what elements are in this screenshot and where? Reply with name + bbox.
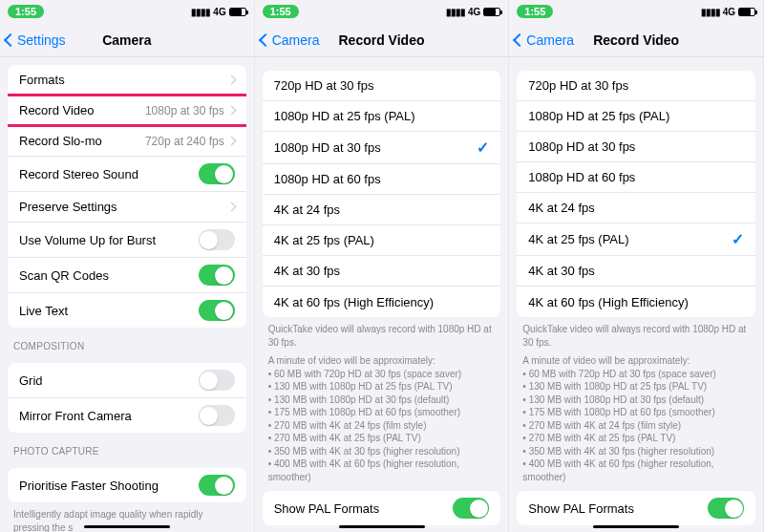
signal-icon: ▮▮▮▮ <box>701 7 720 17</box>
row-label: Show PAL Formats <box>528 501 708 516</box>
row-mirror-front[interactable]: Mirror Front Camera <box>8 398 246 433</box>
option-row[interactable]: 4K at 60 fps (High Efficiency) <box>517 287 755 317</box>
toggle-grid[interactable] <box>199 370 235 391</box>
option-row[interactable]: 1080p HD at 25 fps (PAL) <box>263 101 501 132</box>
row-stereo-sound[interactable]: Record Stereo Sound <box>8 157 246 192</box>
option-row[interactable]: 4K at 24 fps <box>263 195 501 225</box>
toggle-stereo[interactable] <box>199 163 235 184</box>
row-prioritise-faster[interactable]: Prioritise Faster Shooting <box>8 468 246 502</box>
approx-line: 270 MB with 4K at 25 fps (PAL TV) <box>522 432 750 445</box>
toggle-prioritise[interactable] <box>199 475 235 496</box>
option-row[interactable]: 4K at 25 fps (PAL) <box>263 225 501 256</box>
row-volume-burst[interactable]: Use Volume Up for Burst <box>8 223 246 258</box>
approx-block-a: A minute of video will be approximately:… <box>255 349 509 483</box>
toggle-scan-qr[interactable] <box>199 265 235 286</box>
toggle-mirror[interactable] <box>199 405 235 426</box>
row-label: Grid <box>19 373 199 388</box>
approx-line: 60 MB with 720p HD at 30 fps (space save… <box>268 368 496 381</box>
toggle-live-text[interactable] <box>199 300 235 321</box>
home-indicator[interactable] <box>84 525 170 528</box>
approx-line: 130 MB with 1080p HD at 25 fps (PAL TV) <box>268 380 496 394</box>
row-record-slomo[interactable]: Record Slo-mo 720p at 240 fps <box>8 126 246 157</box>
back-label: Settings <box>17 32 66 48</box>
option-label: 720p HD at 30 fps <box>528 78 744 93</box>
battery-icon <box>229 8 246 16</box>
approx-line: 350 MB with 4K at 30 fps (higher resolut… <box>522 445 750 458</box>
row-record-video[interactable]: Record Video 1080p at 30 fps <box>8 96 246 126</box>
page-title: Record Video <box>593 32 679 48</box>
option-row[interactable]: 1080p HD at 25 fps (PAL) <box>517 101 755 132</box>
option-label: 1080p HD at 30 fps <box>528 139 744 154</box>
page-title: Record Video <box>339 32 425 48</box>
option-row[interactable]: 4K at 24 fps <box>517 193 755 223</box>
chevron-right-icon <box>226 202 236 212</box>
chevron-left-icon <box>259 32 272 46</box>
option-row[interactable]: 4K at 30 fps <box>263 256 501 287</box>
back-button[interactable]: Settings <box>6 32 66 48</box>
status-right: ▮▮▮▮ 4G <box>191 7 245 17</box>
status-bar: 1:55 ▮▮▮▮ 4G <box>0 0 254 23</box>
chevron-left-icon <box>513 32 526 46</box>
group-header-photo-capture: PHOTO CAPTURE <box>0 433 254 460</box>
option-label: 1080p HD at 60 fps <box>528 170 744 184</box>
option-row[interactable]: 4K at 30 fps <box>517 256 755 287</box>
row-label: Mirror Front Camera <box>19 409 199 423</box>
screen-record-video-b: 1:55 ▮▮▮▮ 4G Camera Record Video 720p HD… <box>509 0 764 532</box>
options-list: 720p HD at 30 fps1080p HD at 25 fps (PAL… <box>509 57 763 532</box>
row-scan-qr[interactable]: Scan QR Codes <box>8 258 246 293</box>
option-label: 720p HD at 30 fps <box>274 78 490 93</box>
row-live-text[interactable]: Live Text <box>8 293 246 328</box>
row-label: Prioritise Faster Shooting <box>19 479 199 493</box>
option-row[interactable]: 4K at 25 fps (PAL)✓ <box>517 223 755 256</box>
option-row[interactable]: 1080p HD at 60 fps <box>517 162 755 193</box>
chevron-right-icon <box>226 106 236 116</box>
home-indicator[interactable] <box>339 525 425 528</box>
network-label: 4G <box>468 7 480 17</box>
approx-line: 60 MB with 720p HD at 30 fps (space save… <box>522 368 750 381</box>
option-row[interactable]: 1080p HD at 30 fps✓ <box>263 132 501 164</box>
option-label: 4K at 25 fps (PAL) <box>274 233 490 247</box>
option-row[interactable]: 1080p HD at 60 fps <box>263 164 501 195</box>
battery-icon <box>738 8 755 16</box>
quicktake-note: QuickTake video will always record with … <box>255 317 509 349</box>
quicktake-note: QuickTake video will always record with … <box>509 317 763 349</box>
chevron-left-icon <box>4 32 17 46</box>
back-button[interactable]: Camera <box>515 32 574 48</box>
toggle-show-pal[interactable] <box>453 498 489 519</box>
option-label: 1080p HD at 25 fps (PAL) <box>528 109 744 123</box>
approx-line: 270 MB with 4K at 25 fps (PAL TV) <box>268 432 496 445</box>
approx-line: 400 MB with 4K at 60 fps (higher resolut… <box>522 458 750 483</box>
option-label: 4K at 24 fps <box>528 201 744 215</box>
option-row[interactable]: 1080p HD at 30 fps <box>517 132 755 162</box>
option-row[interactable]: 720p HD at 30 fps <box>263 71 501 101</box>
status-bar: 1:55 ▮▮▮▮ 4G <box>255 0 509 23</box>
row-label: Live Text <box>19 304 199 318</box>
approx-line: 270 MB with 4K at 24 fps (film style) <box>522 419 750 433</box>
approx-line: 270 MB with 4K at 24 fps (film style) <box>268 419 496 433</box>
toggle-volume-burst[interactable] <box>199 229 235 250</box>
approx-line: 130 MB with 1080p HD at 30 fps (default) <box>268 394 496 407</box>
toggle-show-pal[interactable] <box>708 498 744 519</box>
row-show-pal[interactable]: Show PAL Formats <box>263 491 501 525</box>
page-title: Camera <box>102 32 151 48</box>
status-right: ▮▮▮▮ 4G <box>701 7 755 17</box>
row-label: Show PAL Formats <box>274 501 454 516</box>
row-grid[interactable]: Grid <box>8 363 246 398</box>
checkmark-icon: ✓ <box>477 138 489 157</box>
approx-line: 175 MB with 1080p HD at 60 fps (smoother… <box>268 406 496 419</box>
back-button[interactable]: Camera <box>261 32 320 48</box>
home-indicator[interactable] <box>593 525 679 528</box>
signal-icon: ▮▮▮▮ <box>446 7 465 17</box>
row-preserve-settings[interactable]: Preserve Settings <box>8 192 246 223</box>
group-header-composition: COMPOSITION <box>0 328 254 355</box>
nav-bar: Camera Record Video <box>255 23 509 57</box>
row-formats[interactable]: Formats <box>8 65 246 96</box>
option-label: 4K at 30 fps <box>528 264 744 278</box>
option-row[interactable]: 4K at 60 fps (High Efficiency) <box>263 287 501 317</box>
status-time: 1:55 <box>517 5 553 18</box>
option-row[interactable]: 720p HD at 30 fps <box>517 71 755 101</box>
row-label: Formats <box>19 73 228 87</box>
approx-heading: A minute of video will be approximately: <box>268 354 496 368</box>
approx-line: 130 MB with 1080p HD at 25 fps (PAL TV) <box>522 380 750 394</box>
row-show-pal[interactable]: Show PAL Formats <box>517 491 755 525</box>
